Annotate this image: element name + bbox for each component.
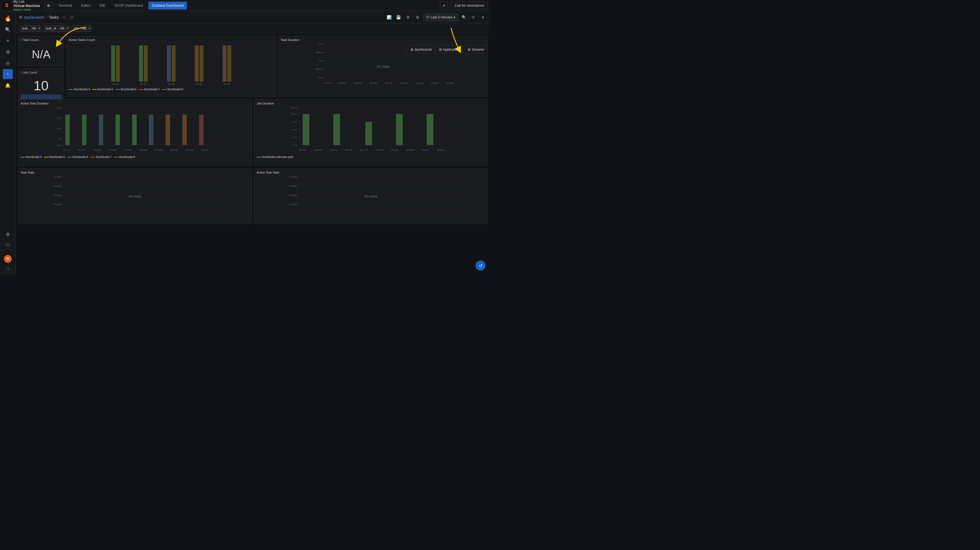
active-task-rate-no-data: No data (364, 194, 377, 198)
sidebar-icon-help[interactable]: ? (5, 266, 11, 273)
svg-text:15:18:00: 15:18:00 (140, 149, 147, 151)
filter-task[interactable]: task All ▾ (19, 25, 41, 32)
legend-item-8: thumbnails:8 (162, 88, 183, 91)
legend-item-4: thumbnails:4 (69, 88, 90, 91)
content-area: ⊞ dashboards / Tasks ☆ ⬡ 📊 💾 ⚙ 🖥 ⏱ Last … (16, 11, 490, 275)
nav-terminal[interactable]: Terminal (55, 2, 75, 10)
tab-dashboards[interactable]: ⊞ dashboards (407, 46, 436, 53)
active-task-rate-panel: Active Task Rate 1.0 opm 0.8 opm 0.6 opm… (254, 168, 488, 224)
nav-scdf[interactable]: SCDF Dashboard (111, 2, 146, 10)
filter-job-arrow[interactable]: ▾ (88, 27, 91, 30)
svg-text:0 ns: 0 ns (293, 144, 297, 147)
svg-rect-49 (65, 115, 70, 145)
time-range-label: Last 5 minutes (431, 15, 452, 19)
svg-text:7.5 s: 7.5 s (292, 121, 297, 123)
save-dashboard-button[interactable]: 💾 (395, 13, 402, 21)
star-button[interactable]: ☆ (61, 14, 67, 20)
time-icon: ⏱ (426, 15, 430, 19)
svg-text:15:17: 15:17 (140, 83, 146, 86)
sidebar-icon-logo[interactable]: 🔥 (3, 13, 13, 23)
svg-text:15:15:30: 15:15:30 (299, 149, 306, 151)
filter-taskid-arrow[interactable]: ▾ (66, 27, 69, 30)
svg-text:15:19:30: 15:19:30 (446, 82, 453, 84)
tab-applications[interactable]: ⊞ Applications (436, 46, 465, 53)
external-link-button[interactable]: ↗ (440, 2, 448, 10)
sidebar-icon-grid[interactable]: ⊞ (3, 47, 13, 57)
sidebar-icon-upload[interactable]: ↑ (3, 69, 13, 79)
sidebar-icon-plus[interactable]: + (3, 36, 13, 46)
refresh-button[interactable]: ↺ (469, 13, 477, 21)
svg-text:15:16: 15:16 (112, 83, 119, 86)
filter-task-label: task (19, 27, 30, 30)
refresh-fab-button[interactable]: ↺ (476, 260, 485, 271)
cycle-view-button[interactable]: 🖥 (414, 13, 422, 21)
filter-job[interactable]: job All ▾ (71, 25, 92, 32)
svg-text:15:18:30: 15:18:30 (391, 149, 398, 151)
zoom-in-button[interactable]: 🔍 (460, 13, 468, 21)
filter-taskid-value: All (59, 27, 65, 30)
legend-label-7: thumbnails:7 (144, 88, 160, 91)
svg-text:15:15:30: 15:15:30 (63, 149, 70, 151)
more-button[interactable]: ▾ (479, 13, 487, 21)
sidebar-icon-gear[interactable]: ⚙ (3, 229, 13, 239)
task-rate-no-data: No data (129, 194, 142, 198)
svg-rect-55 (166, 115, 170, 145)
panels-grid: ℹ Task Count... N/A ℹ Job Count 10 (16, 33, 490, 275)
topbar-title: My Lab Virtual Machine status: ready (13, 0, 40, 11)
svg-text:500 ms: 500 ms (316, 51, 323, 54)
settings-button[interactable]: ⚙ (45, 2, 53, 10)
nav-editor[interactable]: Editor (78, 2, 94, 10)
svg-text:15:19:00: 15:19:00 (431, 82, 438, 84)
call-assist-button[interactable]: Call for assistance (451, 2, 488, 10)
filter-task-id[interactable]: task_id All ▾ (43, 25, 69, 32)
grafana-logo: S (2, 1, 11, 10)
breadcrumb-root[interactable]: dashboards (24, 15, 44, 19)
job-duration-title: Job Duration (256, 102, 485, 105)
svg-text:0.8 opm: 0.8 opm (289, 185, 297, 187)
svg-rect-13 (199, 45, 204, 81)
time-range-button[interactable]: ⏱ Last 5 minutes ▾ (423, 13, 458, 21)
svg-text:0.6 opm: 0.6 opm (53, 194, 61, 196)
svg-text:15:16:30: 15:16:30 (354, 82, 361, 84)
svg-rect-81 (333, 114, 340, 145)
active-task-rate-title: Active Task Rate (256, 171, 485, 174)
active-tasks-title: Active Tasks Count (69, 38, 274, 41)
nav-grafana[interactable]: Grafana Dashboard (148, 2, 187, 10)
svg-text:10.0 s: 10.0 s (291, 113, 297, 115)
svg-text:1.0 opm: 1.0 opm (289, 175, 297, 178)
add-panel-button[interactable]: 📊 (385, 13, 393, 21)
svg-rect-9 (223, 45, 226, 81)
active-tasks-count-panel: Active Tasks Count (66, 36, 276, 97)
task-count-value: N/A (21, 43, 62, 64)
svg-text:15:20:00: 15:20:00 (437, 149, 444, 151)
svg-text:15:16:00: 15:16:00 (339, 82, 346, 84)
sidebar-icon-shield[interactable]: 🛡 (3, 241, 13, 250)
svg-text:5.0 s: 5.0 s (292, 128, 297, 131)
sidebar-icon-compass[interactable]: ◎ (3, 58, 13, 68)
filter-job-label: job (72, 27, 81, 30)
tab-streams[interactable]: ⊞ Streams (465, 46, 487, 53)
avatar[interactable]: H (4, 255, 12, 263)
svg-text:20 s: 20 s (57, 107, 61, 109)
task-count-panel: ℹ Task Count... N/A (18, 36, 64, 66)
svg-text:15:17:00: 15:17:00 (345, 149, 352, 151)
legend-label-4: thumbnails:4 (74, 88, 90, 91)
svg-text:15:19:00: 15:19:00 (406, 149, 414, 151)
nav-ide[interactable]: IDE (96, 2, 109, 10)
job-count-title: ℹ Job Count (21, 71, 62, 74)
sidebar-icon-search[interactable]: 🔍 (3, 24, 13, 35)
topbar: S My Lab Virtual Machine status: ready ⚙… (0, 0, 490, 11)
svg-text:15:16:30: 15:16:30 (94, 149, 101, 151)
task-duration-no-data: No data (377, 64, 390, 69)
task-duration-title: Task Duration (281, 38, 485, 41)
svg-text:0.4 opm: 0.4 opm (53, 203, 61, 206)
svg-text:15:18:30: 15:18:30 (415, 82, 423, 84)
filter-task-arrow[interactable]: ▾ (37, 27, 41, 30)
svg-rect-11 (144, 45, 148, 81)
sidebar-icon-bell[interactable]: 🔔 (3, 80, 13, 90)
job-count-value: 10 (21, 75, 62, 93)
svg-rect-84 (427, 114, 433, 145)
dashboard-settings-button[interactable]: ⚙ (404, 13, 412, 21)
share-button[interactable]: ⬡ (69, 14, 75, 20)
svg-rect-10 (116, 45, 120, 81)
